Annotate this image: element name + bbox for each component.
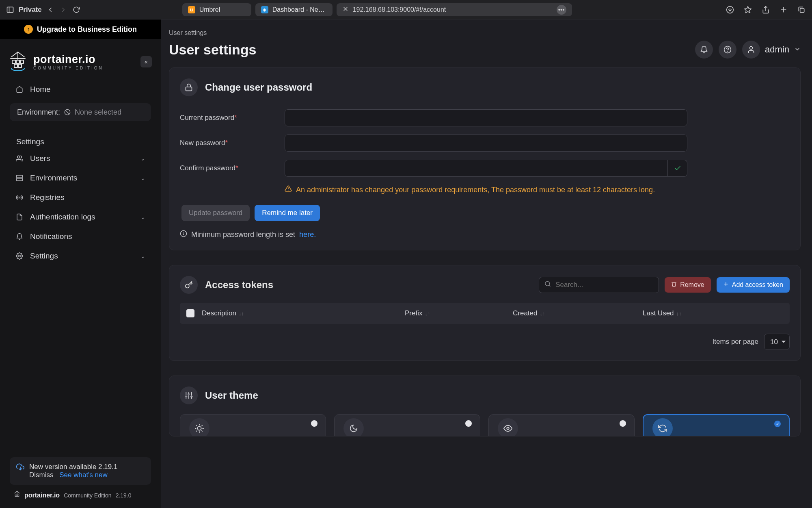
items-per-page-select[interactable]: 10 [764, 334, 790, 350]
remove-token-button[interactable]: Remove [665, 277, 711, 293]
sidebar-item-settings[interactable]: Settings ⌄ [6, 247, 154, 265]
notifications-button[interactable] [695, 41, 713, 59]
svg-line-43 [549, 285, 550, 287]
svg-line-58 [197, 426, 197, 426]
nav-label: Home [30, 85, 51, 94]
gear-icon [15, 252, 24, 260]
favicon-umbrel-icon: u [188, 6, 195, 13]
radio-icon [15, 193, 24, 202]
check-icon [668, 160, 687, 177]
upgrade-banner[interactable]: ↑ Upgrade to Business Edition [0, 20, 161, 39]
confirm-password-label: Confirm password* [180, 164, 285, 172]
info-text: Minimum password length is set [191, 230, 295, 239]
chevron-down-icon: ⌄ [140, 253, 145, 259]
sidebar-collapse-button[interactable]: « [140, 56, 152, 67]
nav-label: Notifications [30, 232, 72, 241]
theme-dark-option[interactable] [334, 414, 480, 436]
file-icon [15, 213, 24, 221]
sidebar-item-home[interactable]: Home [6, 80, 154, 98]
home-icon [15, 85, 24, 93]
current-password-input[interactable] [285, 109, 687, 126]
portainer-logo-small-icon [14, 491, 20, 500]
user-menu[interactable]: admin [742, 41, 801, 59]
card-title: User theme [205, 390, 258, 401]
svg-rect-19 [18, 64, 22, 67]
sidebar-item-environments[interactable]: Environments ⌄ [6, 169, 154, 187]
tabs-icon[interactable] [797, 5, 806, 15]
theme-high-contrast-option[interactable] [488, 414, 635, 436]
alert-triangle-icon [285, 185, 292, 195]
svg-rect-31 [15, 495, 17, 497]
sidebar-item-users[interactable]: Users ⌄ [6, 150, 154, 167]
new-tab-icon[interactable] [779, 5, 788, 15]
sort-icon: ↓↑ [540, 310, 545, 317]
slash-circle-icon [64, 108, 71, 116]
sidebar-toggle-icon[interactable] [6, 5, 15, 14]
nav-label: Environments [30, 174, 77, 182]
info-icon [180, 230, 187, 239]
share-icon[interactable] [761, 5, 771, 15]
svg-line-62 [197, 431, 197, 431]
footer-version: portainer.io Community Edition 2.19.0 [10, 491, 151, 500]
plus-icon [723, 281, 729, 289]
nav-label: Users [30, 154, 50, 163]
browser-bar: Private u Umbrel ⎈ Dashboard - Ne… 192.1… [0, 0, 812, 20]
nav-label: Authentication logs [30, 213, 95, 221]
confirm-password-input[interactable] [285, 160, 668, 177]
url-menu-icon[interactable]: ••• [557, 5, 566, 15]
remind-later-button[interactable]: Remind me later [255, 205, 320, 221]
tab-label: Dashboard - Ne… [272, 6, 325, 13]
env-value: None selected [75, 108, 121, 117]
tab-label: Umbrel [199, 6, 220, 13]
col-prefix[interactable]: Prefix↓↑ [405, 309, 513, 317]
insecure-icon [342, 6, 349, 14]
new-password-input[interactable] [285, 135, 687, 152]
dismiss-link[interactable]: Dismiss [29, 471, 54, 479]
downloads-icon[interactable] [725, 5, 735, 15]
info-link[interactable]: here. [299, 230, 316, 239]
theme-auto-option[interactable]: ✓ [643, 414, 790, 436]
address-bar[interactable]: 192.168.68.103:9000/#!/account ••• [337, 3, 572, 16]
portainer-logo-icon [9, 51, 27, 72]
favicon-dashboard-icon: ⎈ [261, 6, 268, 13]
col-created[interactable]: Created↓↑ [513, 309, 643, 317]
tokens-search-input[interactable] [539, 277, 659, 293]
card-title: Change user password [205, 82, 312, 93]
select-all-checkbox[interactable] [186, 309, 194, 317]
chevron-down-icon: ⌄ [140, 175, 145, 181]
page-title: User settings [169, 42, 256, 58]
svg-point-35 [750, 47, 753, 50]
search-icon [544, 281, 551, 289]
moon-icon [343, 418, 364, 436]
refresh-icon [652, 418, 673, 436]
reload-icon[interactable] [72, 5, 81, 14]
col-lastused[interactable]: Last Used↓↑ [643, 309, 783, 317]
upgrade-label: Upgrade to Business Edition [37, 25, 137, 34]
lock-icon [180, 78, 198, 96]
svg-line-59 [202, 431, 202, 431]
sidebar-item-notifications[interactable]: Notifications [6, 228, 154, 245]
env-label: Environment: [17, 108, 60, 117]
update-password-button[interactable]: Update password [181, 205, 250, 221]
sidebar-item-auth-logs[interactable]: Authentication logs ⌄ [6, 208, 154, 226]
chevron-down-icon: ⌄ [140, 155, 145, 162]
nav-back-icon[interactable] [46, 5, 55, 14]
add-token-button[interactable]: Add access token [717, 277, 790, 293]
sidebar-item-registries[interactable]: Registries [6, 189, 154, 206]
sort-icon: ↓↑ [239, 310, 244, 317]
tab-umbrel[interactable]: u Umbrel [182, 3, 251, 16]
bookmark-icon[interactable] [743, 5, 753, 15]
radio-icon [620, 420, 626, 427]
bell-icon [15, 232, 24, 241]
help-button[interactable] [719, 41, 736, 59]
environment-pill[interactable]: Environment: None selected [10, 103, 151, 121]
svg-marker-6 [745, 6, 752, 13]
chevron-down-icon: ⌄ [140, 214, 145, 220]
user-theme-card: User theme ✓ [169, 376, 801, 436]
tab-dashboard[interactable]: ⎈ Dashboard - Ne… [255, 3, 333, 16]
col-description[interactable]: Description↓↑ [202, 309, 405, 317]
whats-new-link[interactable]: See what's new [59, 471, 108, 479]
private-label: Private [19, 6, 42, 14]
upgrade-arrow-icon: ↑ [24, 25, 33, 34]
theme-light-option[interactable] [180, 414, 326, 436]
